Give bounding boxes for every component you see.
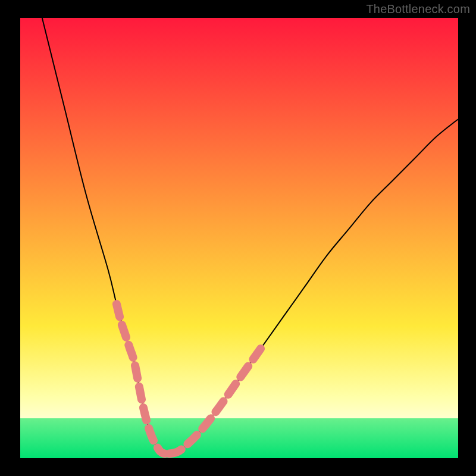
chart-stage: TheBottleneck.com — [0, 0, 476, 476]
chart-svg — [20, 18, 458, 458]
plot-area — [20, 18, 458, 458]
watermark-text: TheBottleneck.com — [366, 2, 470, 16]
gradient-background — [20, 18, 458, 458]
